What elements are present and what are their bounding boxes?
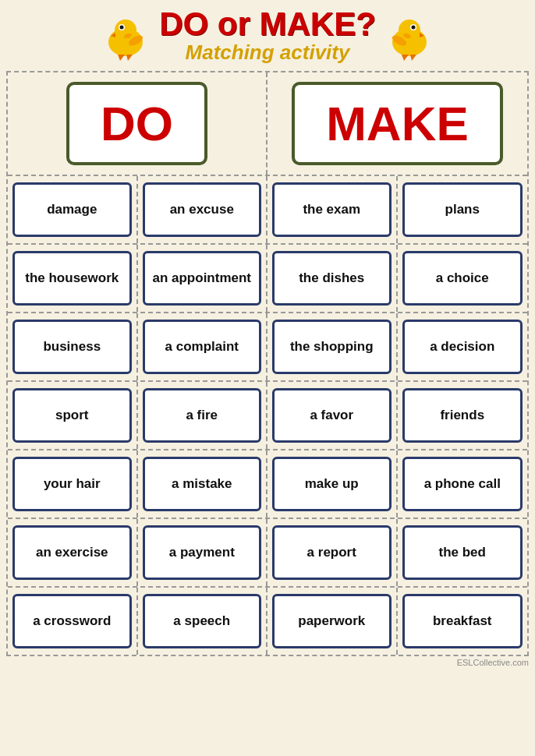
svg-marker-8 (126, 55, 133, 61)
word-text: a phone call (424, 476, 501, 492)
word-card: a complaint (143, 320, 262, 374)
word-card: breakfast (402, 594, 523, 648)
grid-cell-4-1: a mistake (138, 450, 268, 518)
word-text: a favor (310, 408, 353, 423)
word-card: a crossword (12, 594, 132, 648)
svg-marker-17 (410, 55, 416, 61)
word-text: a mistake (172, 476, 232, 492)
svg-point-12 (411, 26, 415, 30)
word-card: your hair (12, 457, 132, 511)
do-half: DO (8, 72, 268, 175)
grid-cell-4-0: your hair (8, 450, 138, 518)
word-text: a decision (430, 339, 494, 355)
do-card: DO (66, 82, 207, 165)
grid-cell-2-1: a complaint (138, 313, 268, 380)
word-card: damage (12, 182, 132, 237)
word-card: an exercise (12, 525, 132, 580)
word-card: an excuse (143, 182, 262, 237)
grid-cell-5-2: a report (268, 519, 398, 586)
word-card: a fire (143, 388, 262, 443)
grid-cell-0-3: plans (398, 176, 528, 243)
watermark: ESLCollective.com (6, 658, 529, 667)
word-text: make up (305, 476, 359, 492)
word-card: a choice (402, 251, 523, 306)
grid-cell-2-0: business (8, 313, 138, 380)
word-text: damage (47, 202, 97, 217)
grid-row-0: damagean excusethe examplans (8, 176, 527, 245)
grid-cell-6-3: breakfast (398, 588, 528, 655)
word-text: a report (307, 545, 356, 560)
word-card: the dishes (272, 251, 392, 306)
word-card: the shopping (272, 320, 392, 374)
word-text: a fire (186, 408, 218, 423)
word-text: an exercise (36, 545, 108, 560)
grid-cell-4-3: a phone call (398, 450, 528, 518)
header-row: DO MAKE (8, 72, 527, 176)
main-grid: DO MAKE damagean excusethe examplansthe … (6, 71, 529, 656)
word-card: plans (402, 182, 523, 237)
grid-cell-0-0: damage (8, 176, 138, 243)
word-text: the shopping (290, 339, 374, 355)
word-card: a speech (143, 594, 262, 648)
word-card: the exam (272, 182, 392, 237)
main-title: DO or MAKE? (159, 8, 376, 41)
grid-cell-3-1: a fire (138, 382, 268, 449)
grid-cell-5-1: a payment (138, 519, 268, 586)
page: DO or MAKE? Matching activity DO (0, 0, 535, 756)
grid-row-1: the houseworkan appointmentthe dishesa c… (8, 245, 527, 313)
word-card: a mistake (143, 457, 262, 511)
rows-container: damagean excusethe examplansthe housewor… (8, 176, 527, 655)
make-label: MAKE (326, 97, 469, 150)
word-text: a crossword (33, 613, 111, 629)
word-text: a complaint (165, 339, 239, 355)
grid-cell-0-2: the exam (268, 176, 398, 243)
word-text: a choice (436, 270, 489, 286)
grid-row-6: a crossworda speechpaperworkbreakfast (8, 588, 527, 655)
word-card: business (12, 320, 132, 374)
word-text: a payment (169, 545, 235, 560)
grid-cell-6-1: a speech (138, 588, 268, 655)
word-text: sport (55, 408, 89, 423)
grid-cell-1-3: a choice (398, 245, 528, 312)
word-card: paperwork (272, 594, 392, 648)
word-text: an appointment (152, 270, 251, 286)
grid-row-2: businessa complaintthe shoppinga decisio… (8, 313, 527, 382)
grid-cell-1-0: the housework (8, 245, 138, 312)
svg-marker-7 (118, 55, 125, 61)
word-text: business (43, 339, 101, 355)
left-bird-icon (98, 11, 153, 62)
word-text: breakfast (433, 613, 492, 629)
word-card: the housework (12, 251, 132, 306)
grid-cell-5-3: the bed (398, 519, 528, 586)
grid-cell-2-3: a decision (398, 313, 528, 380)
svg-point-3 (120, 26, 124, 30)
word-card: a favor (272, 388, 392, 443)
grid-cell-2-2: the shopping (268, 313, 398, 380)
grid-cell-3-3: friends (398, 382, 528, 449)
grid-cell-3-2: a favor (268, 382, 398, 449)
word-text: plans (445, 202, 480, 217)
word-text: an excuse (170, 202, 234, 217)
make-card: MAKE (292, 82, 503, 165)
word-text: a speech (173, 613, 230, 629)
word-card: friends (402, 388, 523, 443)
grid-cell-1-1: an appointment (138, 245, 268, 312)
grid-row-3: sporta firea favorfriends (8, 382, 527, 450)
word-card: a payment (143, 525, 262, 580)
word-card: a phone call (402, 457, 523, 511)
word-text: the exam (303, 202, 360, 217)
grid-row-4: your haira mistakemake upa phone call (8, 450, 527, 519)
word-card: make up (272, 457, 392, 511)
word-text: your hair (44, 476, 101, 492)
right-bird-icon (382, 11, 437, 62)
word-card: an appointment (143, 251, 262, 306)
grid-cell-6-2: paperwork (268, 588, 398, 655)
grid-cell-0-1: an excuse (138, 176, 268, 243)
word-card: a decision (402, 320, 523, 374)
make-half: MAKE (268, 72, 527, 175)
do-label: DO (101, 97, 173, 150)
grid-cell-1-2: the dishes (268, 245, 398, 312)
header: DO or MAKE? Matching activity (0, 8, 535, 65)
word-text: paperwork (298, 613, 365, 629)
word-card: a report (272, 525, 392, 580)
